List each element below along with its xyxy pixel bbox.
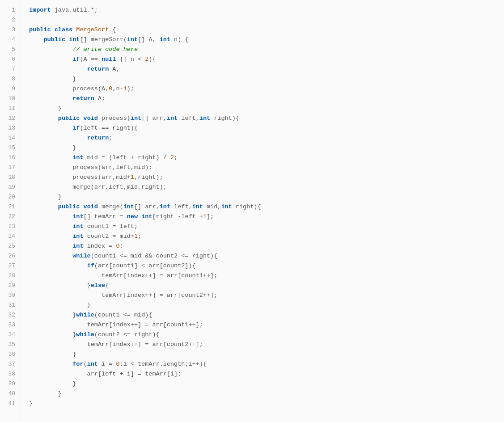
code-line-5: // write code here	[29, 45, 504, 55]
line-number-35: 35	[0, 340, 20, 350]
line-number-36: 36	[0, 350, 20, 359]
code-editor: 1234567891011121314151617181920212223242…	[0, 0, 504, 422]
line-number-8: 8	[0, 74, 20, 84]
code-line-3: public class MergeSort {	[29, 25, 504, 35]
code-line-32: }while(count1 <= mid){	[29, 310, 504, 320]
line-number-30: 30	[0, 291, 20, 300]
code-line-38: arr[left + i] = temArr[i];	[29, 369, 504, 379]
line-number-9: 9	[0, 84, 20, 94]
code-line-26: while(count1 <= mid && count2 <= right){	[29, 251, 504, 261]
code-line-36: }	[29, 350, 504, 359]
line-number-7: 7	[0, 64, 20, 74]
line-numbers: 1234567891011121314151617181920212223242…	[0, 0, 20, 422]
code-line-30: temArr[index++] = arr[count2++];	[29, 291, 504, 300]
code-line-29: }else{	[29, 281, 504, 291]
line-number-24: 24	[0, 232, 20, 241]
line-number-40: 40	[0, 389, 20, 399]
line-number-16: 16	[0, 153, 20, 163]
code-line-41: }	[29, 399, 504, 409]
code-line-39: }	[29, 379, 504, 389]
line-number-29: 29	[0, 281, 20, 291]
code-line-25: int index = 0;	[29, 241, 504, 251]
code-line-34: }while(count2 <= right){	[29, 330, 504, 340]
line-number-15: 15	[0, 143, 20, 153]
code-line-21: public void merge(int[] arr,int left,int…	[29, 202, 504, 212]
line-number-3: 3	[0, 25, 20, 35]
code-line-9: process(A,0,n-1);	[29, 84, 504, 94]
line-number-28: 28	[0, 271, 20, 281]
line-number-32: 32	[0, 310, 20, 320]
line-number-41: 41	[0, 399, 20, 409]
line-number-6: 6	[0, 55, 20, 64]
code-line-35: temArr[index++] = arr[count2++];	[29, 340, 504, 350]
line-number-4: 4	[0, 35, 20, 45]
code-line-37: for(int i = 0;i < temArr.length;i++){	[29, 359, 504, 369]
line-number-25: 25	[0, 241, 20, 251]
line-number-27: 27	[0, 261, 20, 271]
code-line-14: return;	[29, 133, 504, 143]
code-area[interactable]: import java.util.*; public class MergeSo…	[20, 0, 504, 422]
code-line-24: int count2 = mid+1;	[29, 232, 504, 241]
code-line-16: int mid = (left + right) / 2;	[29, 153, 504, 163]
line-number-22: 22	[0, 212, 20, 222]
code-line-4: public int[] mergeSort(int[] A, int n) {	[29, 35, 504, 45]
line-number-31: 31	[0, 300, 20, 310]
code-line-18: process(arr,mid+1,right);	[29, 173, 504, 182]
line-number-13: 13	[0, 123, 20, 133]
code-line-22: int[] temArr = new int[right -left +1];	[29, 212, 504, 222]
code-line-7: return A;	[29, 64, 504, 74]
code-line-20: }	[29, 192, 504, 202]
line-number-1: 1	[0, 5, 20, 15]
code-line-40: }	[29, 389, 504, 399]
line-number-18: 18	[0, 173, 20, 182]
code-line-13: if(left == right){	[29, 123, 504, 133]
line-number-10: 10	[0, 94, 20, 104]
code-line-12: public void process(int[] arr,int left,i…	[29, 114, 504, 123]
code-line-2	[29, 15, 504, 25]
code-line-1: import java.util.*;	[29, 5, 504, 15]
line-number-5: 5	[0, 45, 20, 55]
line-number-26: 26	[0, 251, 20, 261]
code-line-27: if(arr[count1] < arr[count2]){	[29, 261, 504, 271]
line-number-2: 2	[0, 15, 20, 25]
line-number-14: 14	[0, 133, 20, 143]
line-number-21: 21	[0, 202, 20, 212]
code-line-15: }	[29, 143, 504, 153]
code-line-10: return A;	[29, 94, 504, 104]
line-number-37: 37	[0, 359, 20, 369]
code-line-11: }	[29, 104, 504, 114]
line-number-34: 34	[0, 330, 20, 340]
line-number-33: 33	[0, 320, 20, 330]
line-number-17: 17	[0, 163, 20, 173]
code-line-23: int count1 = left;	[29, 222, 504, 232]
code-line-33: temArr[index++] = arr[count1++];	[29, 320, 504, 330]
code-line-6: if(A == null || n < 2){	[29, 55, 504, 64]
line-number-39: 39	[0, 379, 20, 389]
code-line-8: }	[29, 74, 504, 84]
line-number-12: 12	[0, 114, 20, 123]
code-line-19: merge(arr,left,mid,right);	[29, 182, 504, 192]
line-number-19: 19	[0, 182, 20, 192]
code-line-28: temArr[index++] = arr[count1++];	[29, 271, 504, 281]
code-line-17: process(arr,left,mid);	[29, 163, 504, 173]
line-number-38: 38	[0, 369, 20, 379]
code-line-31: }	[29, 300, 504, 310]
line-number-11: 11	[0, 104, 20, 114]
line-number-23: 23	[0, 222, 20, 232]
line-number-20: 20	[0, 192, 20, 202]
